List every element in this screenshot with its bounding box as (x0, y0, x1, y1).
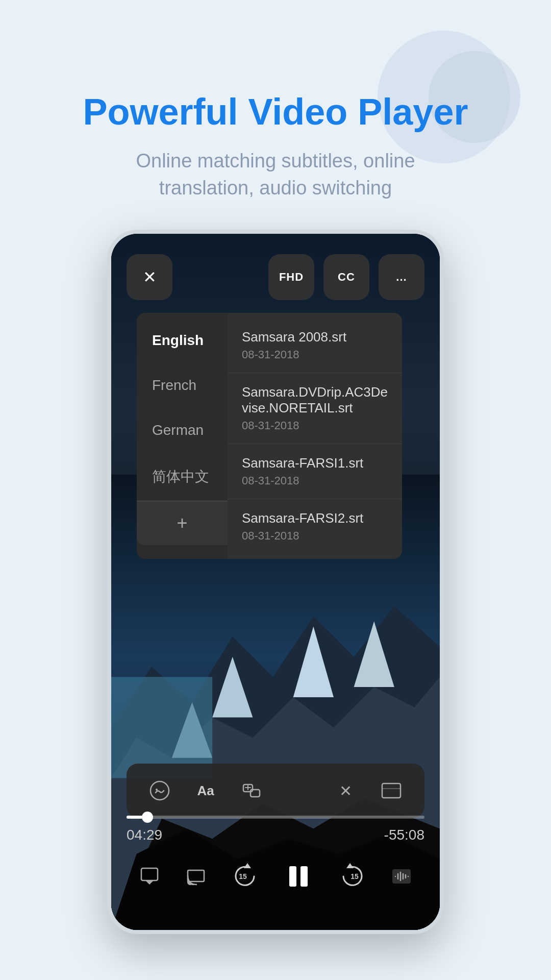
close-icon: ✕ (143, 267, 157, 287)
airplay-button[interactable] (132, 859, 167, 894)
more-button[interactable]: ... (379, 254, 424, 300)
language-list: English French German 简体中文 + (137, 313, 228, 559)
cast-icon (185, 865, 207, 888)
top-bar: ✕ FHD CC ... (111, 254, 440, 300)
hero-section: Powerful Video Player Online matching su… (0, 0, 551, 202)
rewind-button[interactable]: 15 (224, 856, 265, 897)
svg-rect-17 (382, 783, 400, 798)
subtitle-item-1[interactable]: Samsara.DVDrip.AC3De vise.NORETAIL.srt 0… (228, 373, 402, 444)
fullscreen-icon (380, 779, 403, 802)
time-row: 04:29 -55:08 (127, 827, 424, 843)
text-size-button[interactable]: Aa (188, 773, 223, 808)
text-size-label: Aa (197, 783, 214, 799)
rewind-icon: 15 (230, 861, 260, 892)
svg-rect-21 (188, 870, 204, 881)
subtitle-dropdown-panel: English French German 简体中文 + (137, 313, 402, 559)
fullscreen-button[interactable] (373, 773, 409, 808)
cc-button[interactable]: CC (323, 254, 369, 300)
cast-button[interactable] (178, 859, 214, 894)
translate-button[interactable] (234, 773, 269, 808)
progress-bar[interactable] (127, 816, 424, 819)
cc-label: CC (338, 271, 355, 284)
subtitle-toolbar: Aa ✕ (127, 764, 424, 818)
close-button[interactable]: ✕ (127, 254, 172, 300)
subtitle-name-2: Samsara-FARSI1.srt (242, 455, 388, 471)
subtitle-name-0: Samsara 2008.srt (242, 329, 388, 345)
subtitle-date-1: 08-31-2018 (242, 419, 388, 432)
airplay-icon (138, 865, 161, 888)
playback-controls: 15 15 (127, 853, 424, 899)
language-item-chinese[interactable]: 简体中文 (137, 453, 228, 501)
svg-rect-25 (300, 866, 308, 887)
audio-wave-icon (390, 865, 413, 888)
pause-icon (284, 862, 313, 891)
progress-fill (127, 816, 147, 819)
svg-text:15: 15 (239, 872, 247, 880)
svg-rect-19 (141, 868, 158, 880)
hero-title: Powerful Video Player (0, 92, 551, 132)
fhd-label: FHD (279, 271, 304, 284)
language-item-german[interactable]: German (137, 408, 228, 453)
fhd-button[interactable]: FHD (268, 254, 314, 300)
svg-marker-20 (145, 880, 154, 885)
subtitle-date-3: 08-31-2018 (242, 529, 388, 543)
more-label: ... (396, 271, 407, 284)
subtitle-name-1: Samsara.DVDrip.AC3De vise.NORETAIL.srt (242, 384, 388, 416)
subtitle-item-0[interactable]: Samsara 2008.srt 08-31-2018 (228, 318, 402, 373)
close-subtitle-icon: ✕ (339, 782, 352, 800)
progress-area: 04:29 -55:08 (127, 816, 424, 899)
subtitle-close-button[interactable]: ✕ (328, 773, 363, 808)
subtitle-style-icon (149, 780, 170, 801)
language-item-french[interactable]: French (137, 363, 228, 408)
pause-button[interactable] (276, 853, 321, 899)
svg-point-12 (156, 789, 158, 791)
subtitle-date-2: 08-31-2018 (242, 474, 388, 487)
subtitle-name-3: Samsara-FARSI2.srt (242, 510, 388, 526)
svg-marker-22 (244, 863, 251, 868)
hero-subtitle: Online matching subtitles, online transl… (97, 148, 454, 202)
svg-text:15: 15 (350, 872, 359, 880)
current-time: 04:29 (127, 827, 162, 843)
svg-marker-26 (346, 863, 354, 868)
subtitle-style-button[interactable] (142, 773, 178, 808)
progress-thumb[interactable] (142, 812, 153, 823)
audio-wave-button[interactable] (384, 859, 419, 894)
top-bar-right: FHD CC ... (268, 254, 424, 300)
forward-icon: 15 (337, 861, 368, 892)
language-item-english[interactable]: English (137, 318, 228, 363)
video-area: ✕ FHD CC ... (111, 234, 440, 930)
forward-button[interactable]: 15 (332, 856, 373, 897)
translate-icon (241, 780, 262, 801)
subtitle-file-list: Samsara 2008.srt 08-31-2018 Samsara.DVDr… (228, 313, 402, 559)
subtitle-item-2[interactable]: Samsara-FARSI1.srt 08-31-2018 (228, 444, 402, 499)
phone-mockup: ✕ FHD CC ... (107, 230, 444, 934)
subtitle-item-3[interactable]: Samsara-FARSI2.srt 08-31-2018 (228, 499, 402, 554)
add-language-button[interactable]: + (137, 501, 228, 545)
svg-point-11 (151, 781, 169, 800)
remaining-time: -55:08 (384, 827, 424, 843)
subtitle-date-0: 08-31-2018 (242, 348, 388, 361)
phone-frame: ✕ FHD CC ... (107, 230, 444, 934)
svg-rect-24 (289, 866, 296, 887)
